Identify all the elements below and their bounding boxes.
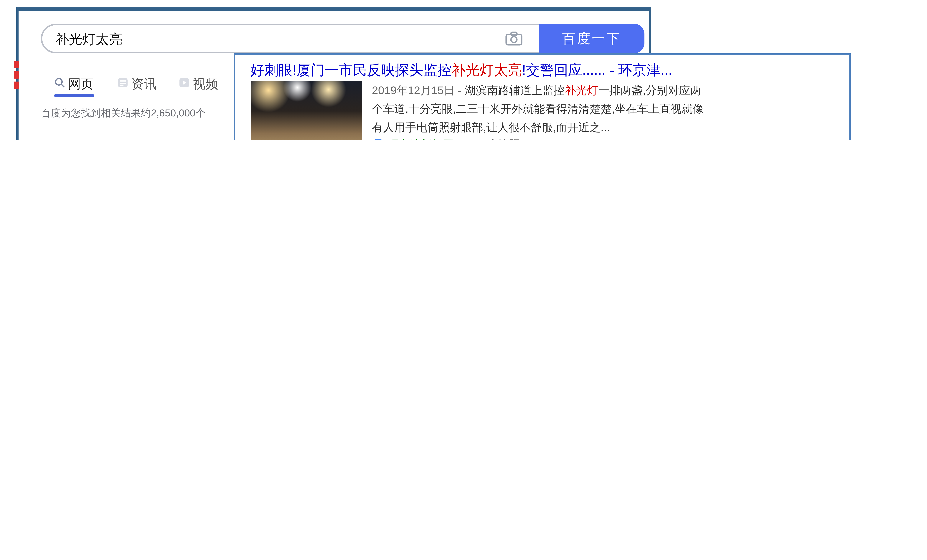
screenshot-canvas: 百度一下 网页 资讯 视频 百度为您找到相关结果约2,650,000个 街头监控… bbox=[0, 0, 927, 140]
red-fragment bbox=[14, 61, 19, 68]
video-icon bbox=[179, 77, 190, 88]
results-count: 百度为您找到相关结果约2,650,000个 bbox=[41, 107, 205, 120]
title-text: !交警回应...... - 环京津... bbox=[522, 62, 672, 77]
snapshot-link[interactable]: 百度快照 bbox=[476, 138, 520, 140]
search-box bbox=[41, 24, 539, 53]
site-link[interactable]: 环京津新闻网 bbox=[388, 138, 454, 140]
news-icon bbox=[117, 77, 128, 88]
title-keyword: 补光灯太亮 bbox=[451, 62, 522, 77]
tab-news[interactable]: 资讯 bbox=[131, 76, 157, 93]
red-fragment bbox=[14, 82, 19, 89]
search-tab-icon bbox=[54, 77, 65, 88]
baidu-window-middle: 好刺眼!厦门一市民反映探头监控补光灯太亮!交警回应...... - 环京津...… bbox=[233, 53, 851, 140]
red-fragment bbox=[14, 71, 19, 79]
result-snippet-line: 有人用手电筒照射眼部,让人很不舒服,而开近之... bbox=[372, 120, 610, 135]
search-input[interactable] bbox=[54, 28, 502, 50]
tab-video[interactable]: 视频 bbox=[193, 76, 218, 93]
result-thumbnail[interactable] bbox=[250, 80, 362, 140]
tab-webpage[interactable]: 网页 bbox=[68, 76, 93, 93]
result-snippet-line: 2019年12月15日 - 湖滨南路辅道上监控补光灯一排两盏,分别对应两 bbox=[372, 83, 701, 97]
site-icon bbox=[372, 138, 384, 140]
active-tab-underline bbox=[54, 94, 94, 97]
title-text: 好刺眼!厦门一市民反映探头监控 bbox=[250, 62, 451, 77]
search-button[interactable]: 百度一下 bbox=[539, 24, 644, 53]
result-source-line: 环京津新闻网-百度快照 bbox=[372, 138, 520, 140]
result-title-link[interactable]: 好刺眼!厦门一市民反映探头监控补光灯太亮!交警回应...... - 环京津... bbox=[250, 61, 672, 80]
camera-icon[interactable] bbox=[505, 31, 523, 46]
result-snippet-line: 个车道,十分亮眼,二三十米开外就能看得清清楚楚,坐在车上直视就像 bbox=[372, 102, 704, 116]
